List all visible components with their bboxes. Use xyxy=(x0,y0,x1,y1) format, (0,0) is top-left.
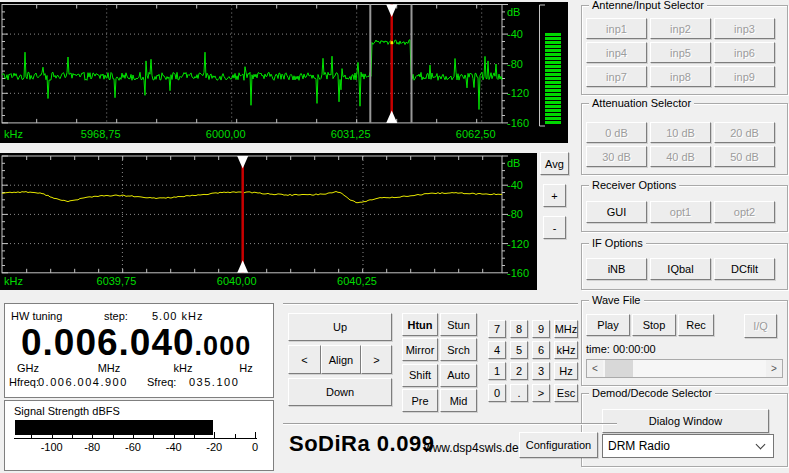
scale-tick xyxy=(52,432,53,438)
key-5[interactable]: 5 xyxy=(510,341,528,359)
scroll-right-button[interactable]: > xyxy=(766,360,782,377)
fn-stun[interactable]: Stun xyxy=(440,313,477,336)
step-label: step: xyxy=(104,310,128,322)
key-7[interactable]: 7 xyxy=(488,320,506,338)
frequency-main-digits: 0.006.040 xyxy=(21,322,195,363)
x-axis-label: 5968,75 xyxy=(81,128,121,140)
website-link[interactable]: www.dsp4swls.de xyxy=(424,441,519,455)
key-6[interactable]: 6 xyxy=(532,341,550,359)
fn-shift[interactable]: Shift xyxy=(402,364,438,387)
key-2[interactable]: 2 xyxy=(510,362,528,380)
scroll-left-button[interactable]: < xyxy=(587,360,603,377)
atten-50-db[interactable]: 50 dB xyxy=(714,146,775,167)
input-inp4[interactable]: inp4 xyxy=(586,42,647,63)
wave-rec-button[interactable]: Rec xyxy=(678,314,714,336)
input-inp5[interactable]: inp5 xyxy=(650,42,711,63)
x-axis-label: 6040,25 xyxy=(337,275,377,287)
atten-10-db[interactable]: 10 dB xyxy=(650,122,711,143)
key-khz[interactable]: kHz xyxy=(554,341,578,359)
meter-bar xyxy=(545,93,561,96)
sfreq-label: Sfreq: xyxy=(147,376,176,388)
tune-up-button[interactable]: Up xyxy=(288,313,392,341)
sodira-main-window: kHz5968,756000,006031,256062,50dB-40-80-… xyxy=(0,0,789,473)
input-inp1[interactable]: inp1 xyxy=(586,18,647,39)
x-axis-label: 6031,25 xyxy=(331,128,371,140)
input-inp7[interactable]: inp7 xyxy=(586,66,647,87)
fn-mirror[interactable]: Mirror xyxy=(402,338,438,361)
input-inp3[interactable]: inp3 xyxy=(714,18,775,39)
atten-20-db[interactable]: 20 dB xyxy=(714,122,775,143)
group-wave-file: Wave File PlayStopRec I/Q time: 00:00:00… xyxy=(581,300,788,386)
receiver-opt1[interactable]: opt1 xyxy=(650,201,711,223)
demod-mode-value: DRM Radio xyxy=(608,439,670,453)
group-input-selector: Antenne/Input Selector inp1inp2inp3inp4i… xyxy=(581,5,788,95)
zoom-out-button[interactable]: - xyxy=(543,216,566,239)
y-axis-label: -120 xyxy=(507,87,529,99)
signal-strength-title: Signal Strength dBFS xyxy=(14,405,120,417)
demod-mode-select[interactable]: DRM Radio xyxy=(602,434,774,458)
zoom-in-button[interactable]: + xyxy=(543,184,566,207)
wave-stop-button[interactable]: Stop xyxy=(632,314,676,336)
key-esc[interactable]: Esc xyxy=(554,384,578,402)
key-hz[interactable]: Hz xyxy=(554,362,578,380)
separator xyxy=(283,303,578,305)
meter-bar xyxy=(545,57,561,60)
atten-30-db[interactable]: 30 dB xyxy=(586,146,647,167)
align-button[interactable]: Align xyxy=(321,345,361,374)
frequency-display[interactable]: 0.006.040.000 xyxy=(21,325,251,369)
chevron-down-icon xyxy=(756,440,766,450)
if-dcfilt[interactable]: DCfilt xyxy=(714,258,775,280)
if-inb[interactable]: iNB xyxy=(586,258,647,280)
fn-srch[interactable]: Srch xyxy=(440,338,477,361)
input-inp9[interactable]: inp9 xyxy=(714,66,775,87)
wave-play-button[interactable]: Play xyxy=(586,314,630,336)
y-axis-label: -40 xyxy=(507,28,523,40)
key-3[interactable]: 3 xyxy=(532,362,550,380)
rf-spectrum-display[interactable]: kHz5968,756000,006031,256062,50dB-40-80-… xyxy=(0,2,568,143)
meter-bar xyxy=(545,73,561,76)
key-1[interactable]: 1 xyxy=(488,362,506,380)
fn-htun[interactable]: Htun xyxy=(402,313,438,336)
atten-0-db[interactable]: 0 dB xyxy=(586,122,647,143)
signal-strength-bar xyxy=(15,420,213,435)
y-axis-label: -40 xyxy=(507,179,523,191)
input-inp2[interactable]: inp2 xyxy=(650,18,711,39)
freq-unit-hz: Hz xyxy=(239,362,252,374)
receiver-gui[interactable]: GUI xyxy=(586,201,647,223)
meter-bar xyxy=(545,89,561,92)
configuration-button[interactable]: Configuration xyxy=(519,432,598,458)
atten-40-db[interactable]: 40 dB xyxy=(650,146,711,167)
scrollbar-track[interactable] xyxy=(603,360,766,377)
iq-button[interactable]: I/Q xyxy=(744,314,777,338)
receiver-opt2[interactable]: opt2 xyxy=(714,201,775,223)
input-inp6[interactable]: inp6 xyxy=(714,42,775,63)
key-mhz[interactable]: MHz xyxy=(554,320,578,338)
fn-mid[interactable]: Mid xyxy=(440,389,477,412)
meter-bar xyxy=(545,37,561,40)
if-iqbal[interactable]: IQbal xyxy=(650,258,711,280)
fn-pre[interactable]: Pre xyxy=(402,389,438,412)
scale-label: 0 xyxy=(252,441,258,453)
meter-bar xyxy=(545,41,561,44)
if-spectrum-display[interactable]: kHz6039,756040,006040,25dB-40-80-120-160 xyxy=(0,153,537,290)
tune-down-button[interactable]: Down xyxy=(288,378,392,406)
meter-bar xyxy=(545,65,561,68)
key-8[interactable]: 8 xyxy=(510,320,528,338)
freq-unit-label: kHz xyxy=(4,128,23,140)
scrollbar-thumb[interactable] xyxy=(605,360,633,377)
tune-left-button[interactable]: < xyxy=(288,345,321,374)
cursor-marker-bottom xyxy=(386,110,397,123)
scale-tick xyxy=(174,432,175,438)
key-4[interactable]: 4 xyxy=(488,341,506,359)
key-0[interactable]: 0 xyxy=(488,384,506,402)
key-key[interactable]: > xyxy=(532,384,550,402)
key-key[interactable]: . xyxy=(510,384,528,402)
fn-auto[interactable]: Auto xyxy=(440,364,477,387)
wave-scrollbar[interactable]: < > xyxy=(586,359,783,378)
input-inp8[interactable]: inp8 xyxy=(650,66,711,87)
key-9[interactable]: 9 xyxy=(532,320,550,338)
avg-button[interactable]: Avg xyxy=(540,152,569,175)
y-axis-label: -80 xyxy=(507,208,523,220)
tune-right-button[interactable]: > xyxy=(361,345,392,374)
dialog-window-button[interactable]: Dialog Window xyxy=(602,409,769,433)
